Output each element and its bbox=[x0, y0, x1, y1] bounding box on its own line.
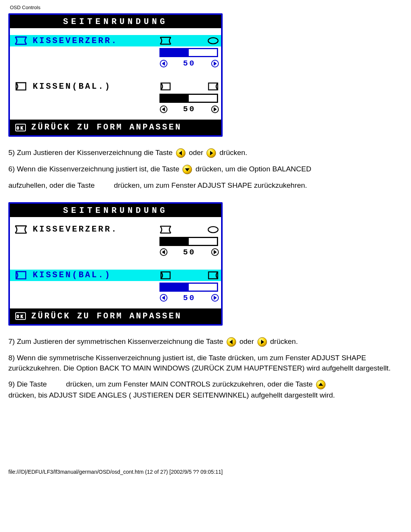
arrow-left-icon[interactable] bbox=[159, 105, 168, 113]
slider-value: 50 bbox=[183, 105, 196, 113]
page-header: OSD Controls bbox=[0, 0, 411, 10]
slider-bar[interactable] bbox=[159, 283, 218, 292]
balance-icon bbox=[14, 271, 27, 280]
up-button-icon bbox=[315, 379, 326, 390]
osd-footer-text: ZÜRÜCK ZU FORM ANPASSEN bbox=[31, 123, 182, 132]
row-label: KISSEVERZERR. bbox=[14, 35, 118, 46]
osd-title: SEITENRUNDUNG bbox=[10, 15, 221, 28]
osd-panel-2: SEITENRUNDUNG KISSEVERZERR. bbox=[8, 202, 223, 326]
slider-bar[interactable] bbox=[159, 48, 218, 57]
pincushion-in-icon bbox=[159, 225, 172, 234]
row-label-text: KISSEVERZERR. bbox=[33, 36, 118, 46]
left-button-icon bbox=[175, 148, 186, 158]
osd-footer-text: ZÜRÜCK ZU FORM ANPASSEN bbox=[31, 312, 182, 321]
trap-right-icon bbox=[207, 82, 219, 91]
slider-value: 50 bbox=[183, 59, 196, 68]
row-label-text: KISSEN(BAL.) bbox=[33, 270, 111, 280]
instruction-6b: aufzuhellen, oder die Taste drücken, um … bbox=[8, 180, 403, 191]
instruction-5: 5) Zum Justieren der Kissenverzeichnung … bbox=[8, 147, 403, 158]
row-label: KISSEN(BAL.) bbox=[14, 270, 111, 281]
ok-icon bbox=[15, 124, 26, 131]
trap-right-icon bbox=[207, 271, 219, 280]
left-button-icon bbox=[226, 337, 237, 347]
instruction-9: 9) Die Taste drücken, um zum Fenster MAI… bbox=[8, 379, 403, 401]
trap-left-icon bbox=[159, 271, 172, 280]
row-label: KISSEN(BAL.) bbox=[14, 81, 111, 92]
arrow-left-icon[interactable] bbox=[159, 59, 168, 68]
osd-footer[interactable]: ZÜRÜCK ZU FORM ANPASSEN bbox=[10, 120, 221, 135]
trap-left-icon bbox=[159, 82, 172, 91]
pincushion-icon bbox=[14, 225, 27, 234]
row-label-text: KISSEVERZERR. bbox=[33, 225, 118, 234]
osd-panel-1: SEITENRUNDUNG KISSEVERZERR. bbox=[8, 13, 223, 137]
instruction-8: 8) Wenn die symmetrische Kissenverzeichn… bbox=[8, 353, 403, 374]
arrow-right-icon[interactable] bbox=[211, 248, 219, 256]
osd-row-kisseverzerr: KISSEVERZERR. 50 bbox=[10, 217, 221, 263]
slider-bar[interactable] bbox=[159, 237, 218, 246]
osd-row-kisseverzerr: KISSEVERZERR. 50 bbox=[10, 28, 221, 74]
row-label: KISSEVERZERR. bbox=[14, 224, 118, 235]
arrow-right-icon[interactable] bbox=[211, 59, 219, 68]
pincushion-in-icon bbox=[159, 37, 172, 45]
barrel-icon bbox=[207, 225, 219, 234]
row-label-text: KISSEN(BAL.) bbox=[33, 82, 111, 91]
slider-value: 50 bbox=[183, 248, 196, 257]
instruction-6a: 6) Wenn die Kissenverzeichnung justiert … bbox=[8, 164, 403, 175]
down-button-icon bbox=[182, 164, 193, 175]
ok-icon bbox=[15, 312, 26, 320]
slider-bar[interactable] bbox=[159, 94, 218, 103]
barrel-icon bbox=[207, 37, 219, 45]
pincushion-icon bbox=[14, 37, 27, 45]
right-button-icon bbox=[257, 337, 268, 347]
osd-title: SEITENRUNDUNG bbox=[10, 204, 221, 217]
balance-icon bbox=[14, 82, 27, 91]
footer-path: file:///D|/EDFU/LF3/lf3manual/german/OSD… bbox=[0, 469, 411, 475]
arrow-left-icon[interactable] bbox=[159, 294, 168, 302]
instruction-7: 7) Zum Justieren der symmetrischen Kisse… bbox=[8, 336, 403, 347]
slider-value: 50 bbox=[183, 294, 196, 302]
arrow-right-icon[interactable] bbox=[211, 294, 219, 302]
right-button-icon bbox=[206, 148, 217, 158]
osd-row-kissen-bal: KISSEN(BAL.) 50 bbox=[10, 263, 221, 308]
arrow-right-icon[interactable] bbox=[211, 105, 219, 113]
osd-row-kissen-bal: KISSEN(BAL.) 50 bbox=[10, 74, 221, 120]
osd-footer[interactable]: ZÜRÜCK ZU FORM ANPASSEN bbox=[10, 308, 221, 324]
arrow-left-icon[interactable] bbox=[159, 248, 168, 256]
